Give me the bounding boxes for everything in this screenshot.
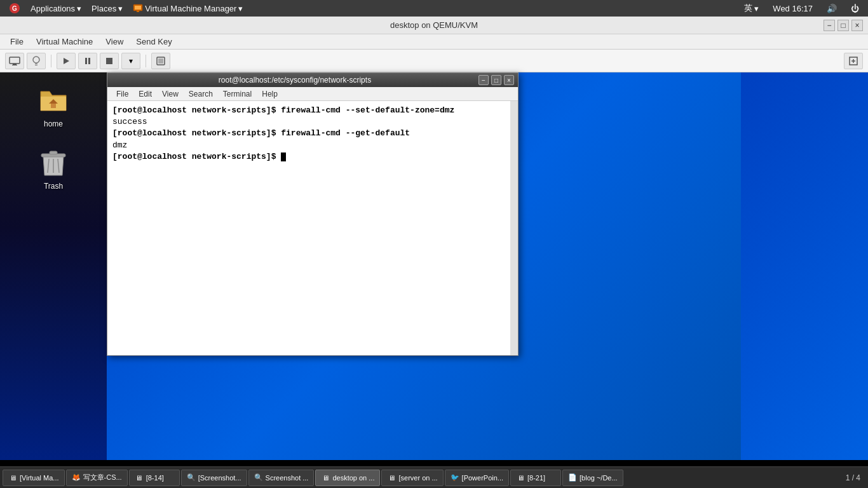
screen-icon xyxy=(9,57,20,65)
right-desktop-area xyxy=(741,72,868,460)
svg-point-8 xyxy=(33,57,39,63)
vm-manager-chevron: ▾ xyxy=(238,4,243,13)
vm-close-button[interactable]: × xyxy=(851,20,863,31)
vm-virtual-machine-menu[interactable]: Virtual Machine xyxy=(31,36,98,48)
terminal-title: root@localhost:/etc/sysconfig/network-sc… xyxy=(111,76,478,85)
play-icon xyxy=(62,57,71,65)
terminal-restore-button[interactable]: □ xyxy=(491,75,501,85)
svg-rect-9 xyxy=(35,64,37,64)
applications-menu[interactable]: Applications ▾ xyxy=(27,3,85,15)
terminal-file-menu[interactable]: File xyxy=(112,88,132,100)
places-menu[interactable]: Places ▾ xyxy=(88,3,126,15)
vm-toolbar: ▾ xyxy=(0,50,868,72)
toolbar-resize-button[interactable] xyxy=(844,53,863,69)
terminal-search-menu[interactable]: Search xyxy=(185,88,217,100)
svg-rect-13 xyxy=(88,58,90,64)
taskbar-icon-2: 🖥 xyxy=(135,473,144,482)
taskbar-item-desktop[interactable]: 🖥 desktop on ... xyxy=(315,470,380,486)
terminal-body[interactable]: [root@localhost network-scripts]$ firewa… xyxy=(107,101,518,355)
svg-rect-10 xyxy=(35,65,37,65)
datetime-display[interactable]: Wed 16:17 xyxy=(769,3,817,15)
terminal-terminal-menu[interactable]: Terminal xyxy=(219,88,255,100)
taskbar-item-1[interactable]: 🦊 写文章-CS... xyxy=(66,470,128,486)
toolbar-sep-2 xyxy=(146,55,146,67)
terminal-view-menu[interactable]: View xyxy=(158,88,182,100)
volume-icon-button[interactable]: 🔊 xyxy=(823,3,841,15)
terminal-minimize-button[interactable]: − xyxy=(478,75,489,85)
taskbar-item-0[interactable]: 🖥 [Virtual Ma... xyxy=(3,470,65,486)
vm-view-menu[interactable]: View xyxy=(100,36,128,48)
svg-rect-7 xyxy=(12,65,17,65)
pause-icon xyxy=(83,57,92,65)
home-icon-label: home xyxy=(44,119,63,128)
vm-send-key-menu[interactable]: Send Key xyxy=(131,36,177,48)
trash-icon-label: Trash xyxy=(44,182,63,191)
vm-file-menu[interactable]: File xyxy=(5,36,29,48)
taskbar-label-3: [Screenshot... xyxy=(198,474,241,482)
taskbar-icon-821: 🖥 xyxy=(516,473,525,482)
places-chevron: ▾ xyxy=(118,4,123,13)
lang-chevron: ▾ xyxy=(754,4,759,13)
taskbar-icon-1: 🦊 xyxy=(72,473,81,482)
language-selector[interactable]: 英 ▾ xyxy=(740,1,763,15)
toolbar-lightbulb-button[interactable] xyxy=(27,53,46,69)
vm-menubar: File Virtual Machine View Send Key xyxy=(0,34,868,50)
vm-manager-menu[interactable]: Virtual Machine Manager ▾ xyxy=(129,2,247,15)
taskbar-item-2[interactable]: 🖥 [8-14] xyxy=(129,470,180,486)
svg-rect-18 xyxy=(50,151,57,154)
gnome-icon: G xyxy=(9,3,20,14)
terminal-close-button[interactable]: × xyxy=(504,75,514,85)
taskbar-item-blog[interactable]: 📄 [blog ~/De... xyxy=(562,470,623,486)
toolbar-stop-button[interactable] xyxy=(100,53,119,69)
taskbar-label-screenshot: Screenshot ... xyxy=(266,474,309,482)
terminal-line-1: [root@localhost network-scripts]$ firewa… xyxy=(112,105,513,116)
toolbar-pause-button[interactable] xyxy=(78,53,97,69)
taskbar-label-blog: [blog ~/De... xyxy=(580,474,618,482)
toolbar-fullscreen-button[interactable] xyxy=(151,53,170,69)
vm-icon xyxy=(133,3,143,13)
taskbar-item-821[interactable]: 🖥 [8-21] xyxy=(510,470,561,486)
power-button[interactable]: ⏻ xyxy=(847,3,863,15)
taskbar-item-screenshot[interactable]: 🔍 Screenshot ... xyxy=(248,470,315,486)
home-desktop-icon[interactable]: home xyxy=(38,85,69,128)
vm-minimize-button[interactable]: − xyxy=(824,20,835,31)
toolbar-play-button[interactable] xyxy=(57,53,76,69)
taskbar-icon-server: 🖥 xyxy=(387,473,396,482)
gnome-icon-button[interactable]: G xyxy=(5,1,24,15)
terminal-line-5: [root@localhost network-scripts]$ xyxy=(112,151,513,163)
toolbar-dropdown-button[interactable]: ▾ xyxy=(121,53,140,69)
taskbar-item-powerpoint[interactable]: 🐦 [PowerPoin... xyxy=(445,470,509,486)
svg-rect-16 xyxy=(158,58,163,64)
taskbar-label-server: [server on ... xyxy=(398,474,437,482)
taskbar-item-server[interactable]: 🖥 [server on ... xyxy=(381,470,443,486)
home-icon-image xyxy=(38,85,69,116)
terminal-edit-menu[interactable]: Edit xyxy=(135,88,156,100)
taskbar-label-powerpoint: [PowerPoin... xyxy=(462,474,503,482)
taskbar-item-3[interactable]: 🔍 [Screenshot... xyxy=(181,470,247,486)
toolbar-screen-button[interactable] xyxy=(5,53,24,69)
taskbar-label-0: [Virtual Ma... xyxy=(20,474,59,482)
svg-rect-12 xyxy=(85,58,87,64)
taskbar: 🖥 [Virtual Ma... 🦊 写文章-CS... 🖥 [8-14] 🔍 … xyxy=(0,466,868,488)
terminal-line-2: success xyxy=(112,116,513,128)
trash-icon-image xyxy=(38,147,69,178)
taskbar-label-821: [8-21] xyxy=(527,474,545,482)
resize-icon xyxy=(848,56,858,66)
trash-desktop-icon[interactable]: Trash xyxy=(38,147,69,191)
vm-window-title: desktop on QEMU/KVM xyxy=(390,20,478,30)
terminal-help-menu[interactable]: Help xyxy=(258,88,281,100)
svg-rect-3 xyxy=(135,6,141,10)
svg-rect-5 xyxy=(10,57,20,64)
terminal-titlebar-controls: − □ × xyxy=(478,75,514,85)
terminal-line-4: dmz xyxy=(112,140,513,151)
terminal-scrollbar[interactable] xyxy=(510,101,518,355)
terminal-line-3: [root@localhost network-scripts]$ firewa… xyxy=(112,128,513,139)
top-system-bar: G Applications ▾ Places ▾ Virtual Machin… xyxy=(0,0,868,17)
desktop-sidebar: home Trash xyxy=(0,72,107,460)
vm-restore-button[interactable]: □ xyxy=(837,20,849,31)
desktop-area: root@localhost:/etc/sysconfig/network-sc… xyxy=(107,72,741,460)
volume-icon: 🔊 xyxy=(827,4,837,13)
taskbar-icon-0: 🖥 xyxy=(8,473,17,482)
lightbulb-icon xyxy=(32,55,41,67)
toolbar-sep-1 xyxy=(51,55,51,67)
